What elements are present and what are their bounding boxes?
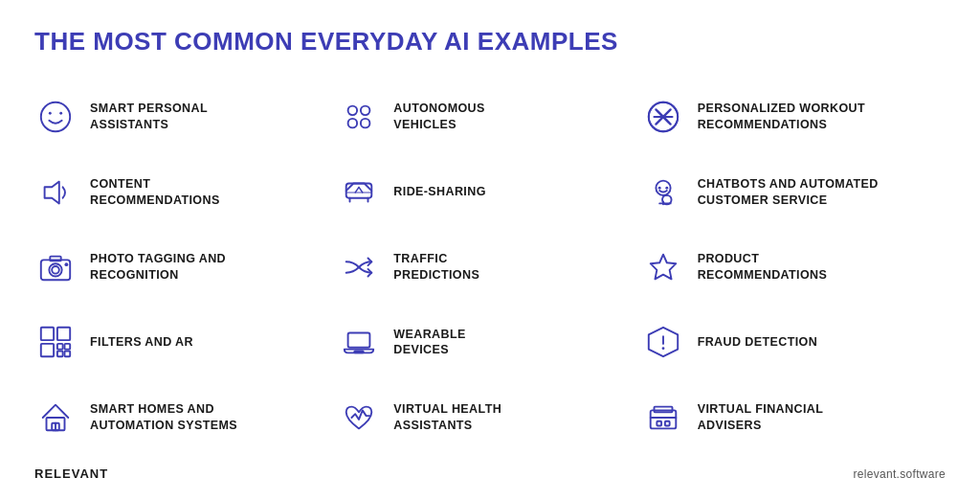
svg-point-3: [348, 106, 358, 116]
smiley-icon: [34, 96, 77, 138]
item-fraud-detection: FRAUD DETECTION: [642, 305, 946, 379]
title-normal: THE MOST COMMON: [34, 27, 301, 56]
item-wearable-devices: WEARABLEDEVICES: [338, 305, 641, 379]
health-icon: [338, 397, 380, 439]
svg-point-0: [41, 102, 70, 131]
chatbot-icon: [642, 171, 684, 214]
svg-point-41: [661, 348, 664, 351]
svg-rect-32: [41, 344, 54, 356]
svg-point-5: [348, 119, 358, 127]
home-icon: [34, 397, 77, 439]
item-chatbots: CHATBOTS AND AUTOMATEDCUSTOMER SERVICE: [642, 154, 946, 229]
svg-point-4: [361, 106, 370, 116]
item-content-recommendations: CONTENTRECOMMENDATIONS: [34, 154, 338, 229]
svg-rect-30: [41, 328, 54, 340]
star-icon: [642, 246, 684, 288]
item-ride-sharing: RIDE-SHARING: [338, 154, 641, 229]
svg-rect-37: [348, 333, 370, 348]
svg-point-28: [65, 262, 69, 266]
item-label: VIRTUAL FINANCIALADVISERS: [698, 401, 824, 434]
item-smart-homes: SMART HOMES ANDAUTOMATION SYSTEMS: [34, 380, 338, 455]
footer-url: relevant.software: [854, 467, 946, 481]
filters-icon: [34, 321, 77, 363]
svg-point-20: [657, 186, 660, 189]
page-title: THE MOST COMMON EVERYDAY AI EXAMPLES: [34, 27, 946, 57]
item-filters-ar: FILTERS AND AR: [34, 305, 338, 379]
svg-rect-33: [57, 344, 63, 350]
item-label: SMART HOMES ANDAUTOMATION SYSTEMS: [90, 401, 237, 434]
ridesharing-icon: [338, 171, 380, 214]
item-label: FILTERS AND AR: [90, 334, 193, 351]
svg-point-17: [656, 180, 670, 194]
svg-point-2: [59, 112, 62, 115]
svg-point-21: [665, 186, 668, 189]
svg-rect-48: [665, 421, 670, 426]
item-label: PERSONALIZED WORKOUTRECOMMENDATIONS: [698, 101, 865, 133]
traffic-icon: [338, 246, 380, 288]
svg-rect-34: [65, 344, 71, 350]
brand-label: RELEVANT: [34, 466, 108, 481]
svg-rect-27: [50, 257, 60, 261]
svg-marker-14: [45, 181, 59, 203]
item-label: TRAFFICPREDICTIONS: [393, 251, 479, 284]
item-label: PHOTO TAGGING ANDRECOGNITION: [90, 251, 226, 284]
item-label: CONTENTRECOMMENDATIONS: [90, 176, 220, 209]
item-smart-personal-assistants: SMART PERSONALASSISTANTS: [34, 80, 338, 154]
item-autonomous-vehicles: AUTONOMOUSVEHICLES: [338, 80, 641, 154]
title-highlight: EVERYDAY AI EXAMPLES: [301, 27, 618, 56]
item-personalized-workout: PERSONALIZED WORKOUTRECOMMENDATIONS: [642, 80, 946, 154]
svg-point-6: [361, 119, 370, 127]
svg-rect-47: [657, 421, 661, 426]
item-traffic-predictions: TRAFFICPREDICTIONS: [338, 230, 641, 305]
laptop-icon: [338, 321, 380, 363]
item-label: PRODUCTRECOMMENDATIONS: [698, 251, 828, 284]
page-container: THE MOST COMMON EVERYDAY AI EXAMPLES SMA…: [0, 0, 980, 500]
item-label: RIDE-SHARING: [393, 184, 485, 200]
item-label: FRAUD DETECTION: [698, 334, 817, 351]
autonomous-icon: [338, 96, 380, 138]
item-label: VIRTUAL HEALTHASSISTANTS: [393, 401, 501, 434]
workout-icon: [642, 96, 684, 138]
fraud-icon: [642, 321, 684, 363]
camera-icon: [34, 246, 77, 288]
item-virtual-health: VIRTUAL HEALTHASSISTANTS: [338, 380, 641, 455]
svg-point-1: [49, 112, 52, 115]
item-virtual-financial: VIRTUAL FINANCIALADVISERS: [642, 380, 946, 455]
svg-rect-31: [57, 328, 70, 340]
svg-rect-36: [65, 352, 71, 357]
svg-rect-38: [355, 352, 365, 353]
item-photo-tagging: PHOTO TAGGING ANDRECOGNITION: [34, 230, 338, 305]
svg-rect-35: [57, 352, 63, 357]
speaker-icon: [34, 171, 77, 214]
item-label: CHATBOTS AND AUTOMATEDCUSTOMER SERVICE: [698, 176, 879, 209]
item-label: WEARABLEDEVICES: [393, 327, 465, 359]
svg-marker-29: [650, 255, 676, 280]
footer: RELEVANT relevant.software: [34, 463, 946, 481]
item-label: AUTONOMOUSVEHICLES: [393, 101, 484, 133]
item-product-recommendations: PRODUCTRECOMMENDATIONS: [642, 230, 946, 305]
financial-icon: [642, 397, 684, 439]
item-label: SMART PERSONALASSISTANTS: [90, 101, 208, 133]
items-grid: SMART PERSONALASSISTANTS AUTONOMOUSVEHIC…: [34, 80, 946, 455]
svg-point-26: [52, 266, 59, 274]
